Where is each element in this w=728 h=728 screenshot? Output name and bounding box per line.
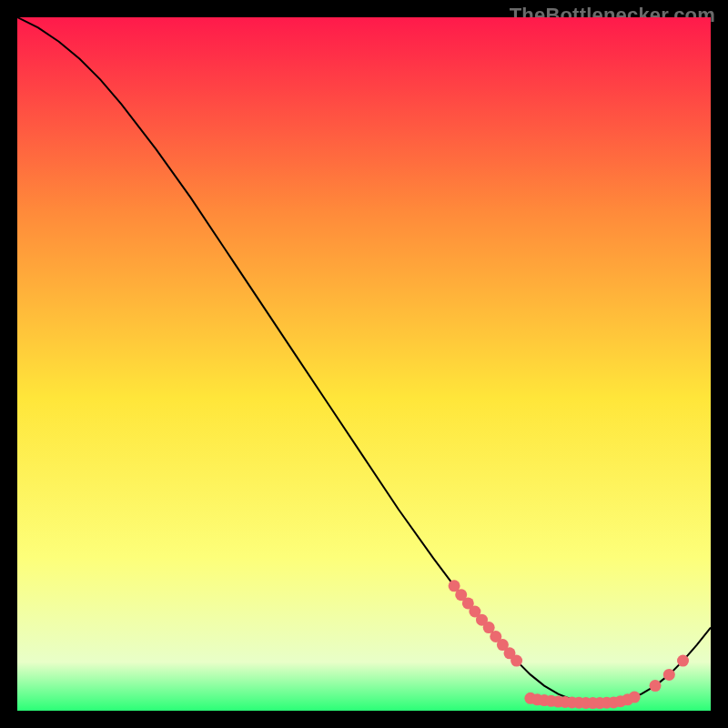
marker-dot <box>511 655 522 667</box>
marker-dot <box>629 692 641 703</box>
gradient-background <box>17 17 711 711</box>
chart-plot-area <box>17 17 711 711</box>
marker-dot <box>650 680 662 692</box>
chart-frame: TheBottlenecker.com <box>0 0 728 728</box>
marker-dot <box>663 669 675 681</box>
chart-svg <box>17 17 711 711</box>
marker-dot <box>677 655 689 667</box>
